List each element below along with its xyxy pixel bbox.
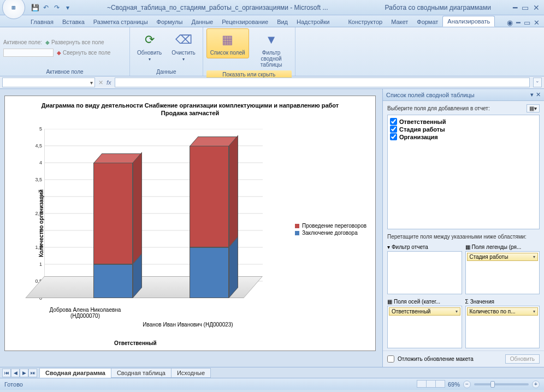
tab-home[interactable]: Главная <box>26 17 58 27</box>
close-button[interactable]: ✕ <box>533 3 540 12</box>
zoom-out-button[interactable]: − <box>463 381 471 388</box>
chart-canvas[interactable]: Диаграмма по виду деятельности Снабжение… <box>4 96 376 351</box>
main-area: Диаграмма по виду деятельности Снабжение… <box>0 89 544 367</box>
dropzone-axis[interactable]: Ответственный▾ <box>387 306 462 349</box>
window-title: ~Сводная_таблица_по_стадиям_работы_с_орг… <box>72 4 363 11</box>
dropzone-values[interactable]: Количество по п...▾ <box>465 306 540 349</box>
sheet-nav-first[interactable]: ⏮ <box>2 369 11 377</box>
drop-areas: ▾Фильтр отчета ▦Поля легенды (ря... Стад… <box>383 241 544 351</box>
tab-format[interactable]: Формат <box>412 17 442 27</box>
pane-close-icon[interactable]: ✕ <box>536 91 541 98</box>
plot-area: 0 0,5 1 1,5 2 2,5 3 3,5 4 4,5 5 <box>44 129 263 298</box>
ytick: 4 <box>39 160 44 165</box>
clear-button[interactable]: ⌫Очистить▾ <box>168 28 199 64</box>
field-list-icon: ▦ <box>219 31 236 49</box>
tab-design[interactable]: Конструктор <box>344 17 387 27</box>
ribbon: Активное поле:◆Развернуть все поле ◆Свер… <box>0 27 544 76</box>
field-checkbox-3[interactable]: Организация <box>390 133 537 140</box>
cancel-formula-icon[interactable]: ✕ <box>98 79 103 86</box>
defer-label: Отложить обновление макета <box>398 356 474 362</box>
save-icon[interactable]: 💾 <box>31 3 39 12</box>
redo-icon[interactable]: ↷ <box>52 3 61 12</box>
qat-more-icon[interactable]: ▾ <box>63 3 72 12</box>
defer-checkbox[interactable] <box>387 355 394 363</box>
zoom-level[interactable]: 69% <box>448 381 460 388</box>
mdi-minimize-icon[interactable]: ━ <box>516 19 521 27</box>
bar-1 <box>93 153 133 298</box>
tab-review[interactable]: Рецензирование <box>217 17 273 27</box>
tab-view[interactable]: Вид <box>273 17 292 27</box>
refresh-icon: ⟳ <box>141 31 158 49</box>
expand-all-button[interactable]: Развернуть все поле <box>51 39 104 45</box>
active-field-label: Активное поле: <box>3 39 42 45</box>
pill-values[interactable]: Количество по п...▾ <box>467 307 539 316</box>
field-checkbox-1[interactable]: Ответственный <box>390 118 537 125</box>
x-category-2: Иванов Иван Иванович (НД000023) <box>141 322 234 328</box>
sheet-tab-1[interactable]: Сводная диаграмма <box>39 368 111 378</box>
pane-title: Список полей сводной таблицы <box>386 92 475 98</box>
clear-icon: ⌫ <box>175 31 192 49</box>
pane-dropdown-icon[interactable]: ▾ <box>530 91 534 98</box>
formula-bar: ▾ ✕ fx ⌄ <box>0 76 544 89</box>
ytick: 3 <box>39 194 44 199</box>
pill-legend[interactable]: Стадия работы▾ <box>467 253 539 261</box>
dropzone-legend[interactable]: Стадия работы▾ <box>465 251 540 294</box>
collapse-icon[interactable]: ◆ <box>57 50 61 56</box>
name-box[interactable]: ▾ <box>2 78 95 87</box>
dropzone-filter[interactable] <box>387 251 462 294</box>
minimize-button[interactable]: ━ <box>513 3 517 12</box>
status-bar: Готово 69% − + <box>0 378 544 390</box>
layout-options-button[interactable]: ▦▾ <box>527 104 540 112</box>
expand-formula-bar[interactable]: ⌄ <box>533 78 542 87</box>
sheet-nav-next[interactable]: ▶ <box>20 369 28 377</box>
legend-label: Проведение переговоров <box>302 223 366 229</box>
ribbon-tabs: Главная Вставка Разметка страницы Формул… <box>0 15 544 27</box>
pane-title-bar[interactable]: Список полей сводной таблицы ▾✕ <box>383 89 544 101</box>
help-icon[interactable]: ◉ <box>507 19 513 27</box>
legend-label: Заключение договора <box>302 230 358 236</box>
ytick: 1,5 <box>35 245 44 250</box>
sheet-nav-last[interactable]: ⏭ <box>28 369 37 377</box>
restore-button[interactable]: ▭ <box>522 3 529 12</box>
mdi-restore-icon[interactable]: ▭ <box>524 19 530 27</box>
formula-input[interactable] <box>115 78 530 87</box>
refresh-button[interactable]: ⟳Обновить▾ <box>133 28 165 64</box>
tab-page-layout[interactable]: Разметка страницы <box>89 17 152 27</box>
update-button[interactable]: Обновить <box>505 354 540 364</box>
tab-analyze[interactable]: Анализировать <box>442 16 495 27</box>
funnel-icon: ▼ <box>263 31 280 49</box>
choose-fields-label: Выберите поля для добавления в отчет: <box>387 105 490 111</box>
status-ready: Готово <box>4 381 23 388</box>
group-active-field: Активное поле <box>3 68 126 76</box>
tab-insert[interactable]: Вставка <box>58 17 89 27</box>
zoom-in-button[interactable]: + <box>532 381 540 388</box>
pill-axis[interactable]: Ответственный▾ <box>389 307 460 316</box>
zoom-slider[interactable] <box>474 383 529 385</box>
field-list[interactable]: Ответственный Стадия работы Организация <box>387 115 540 229</box>
sheet-tab-2[interactable]: Сводная таблица <box>111 368 172 378</box>
field-list-button[interactable]: ▦Список полей <box>206 28 249 58</box>
tab-addins[interactable]: Надстройки <box>292 17 334 27</box>
active-field-input[interactable] <box>3 49 54 57</box>
ytick: 3,5 <box>35 177 44 182</box>
sheet-tab-3[interactable]: Исходные <box>171 368 211 378</box>
tab-data[interactable]: Данные <box>187 17 217 27</box>
sheet-nav-prev[interactable]: ◀ <box>11 369 20 377</box>
field-checkbox-2[interactable]: Стадия работы <box>390 126 537 133</box>
expand-icon[interactable]: ◆ <box>45 39 50 45</box>
pivot-filter-button[interactable]: ▼Фильтр сводной таблицы <box>251 28 292 70</box>
fx-icon[interactable]: fx <box>107 79 111 86</box>
x-category-1: Доброва Алена Николаевна (НД000070) <box>39 307 132 319</box>
group-data: Данные <box>133 68 199 76</box>
collapse-all-button[interactable]: Свернуть все поле <box>63 50 110 56</box>
mdi-close-icon[interactable]: ✕ <box>534 19 540 27</box>
view-buttons[interactable] <box>417 380 445 389</box>
zone-values-label: Значения <box>470 299 494 305</box>
chart-title: Диаграмма по виду деятельности Снабжение… <box>10 102 370 117</box>
zone-legend-label: Поля легенды (ря... <box>472 244 522 250</box>
sheet-tab-bar: ⏮ ◀ ▶ ⏭ Сводная диаграмма Сводная таблиц… <box>0 367 544 378</box>
tab-formulas[interactable]: Формулы <box>152 17 187 27</box>
funnel-icon: ▾ <box>387 244 390 250</box>
undo-icon[interactable]: ↶ <box>42 3 50 12</box>
tab-layout[interactable]: Макет <box>387 17 412 27</box>
